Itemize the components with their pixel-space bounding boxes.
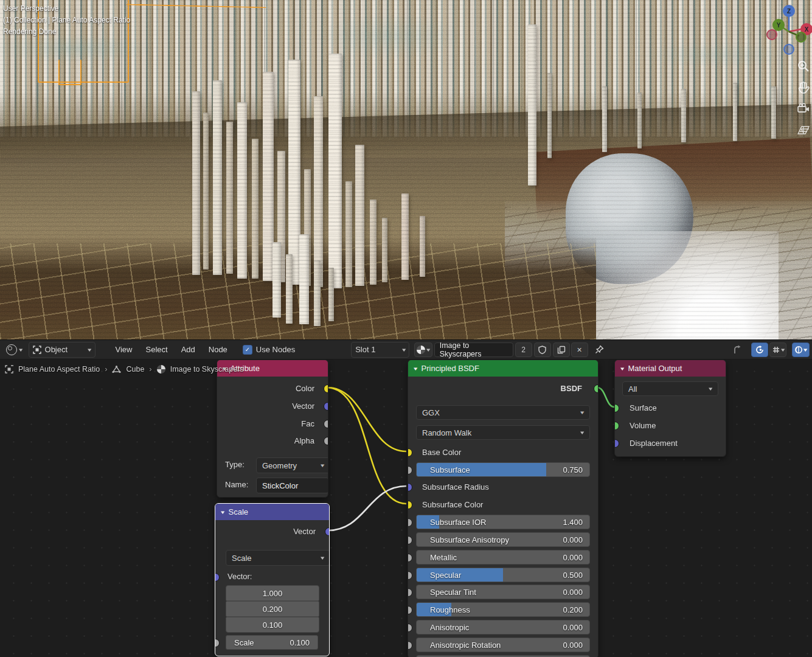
socket-alpha-output[interactable]	[324, 437, 328, 445]
fake-user-button[interactable]	[534, 342, 551, 357]
socket-color-output[interactable]	[324, 384, 328, 393]
chevron-down-icon: ▾	[426, 347, 430, 353]
camera-icon[interactable]	[797, 102, 810, 116]
principled-slider-anisotropic[interactable]: Anisotropic0.000	[416, 620, 590, 634]
socket-scale-input[interactable]	[215, 639, 220, 647]
socket-subsurface-color-input[interactable]	[408, 501, 412, 509]
chevron-down-icon: ▾	[620, 366, 624, 372]
skyscraper-pillar	[203, 113, 209, 269]
overlays-dropdown[interactable]: ▾	[792, 342, 810, 357]
principled-slider-subsurface-ior[interactable]: Subsurface IOR1.400	[416, 515, 590, 529]
node-attribute-header[interactable]: ▾ Attribute	[217, 360, 328, 377]
menu-view[interactable]: View	[109, 345, 139, 354]
viewport-3d[interactable]: User Perspective (1) Collection | Plane …	[0, 0, 812, 339]
socket-specular-tint-input[interactable]	[408, 588, 412, 597]
sss-method-dropdown[interactable]: Random Walk▾	[416, 425, 590, 440]
principled-slider-metallic[interactable]: Metallic0.000	[416, 550, 590, 565]
gizmo-neg-x-axis[interactable]	[766, 29, 777, 40]
use-nodes-toggle[interactable]: ✓ Use Nodes	[239, 342, 299, 357]
socket-surface-input[interactable]	[614, 404, 619, 412]
render-silver-ground	[505, 201, 812, 339]
principled-slider-anisotropic-rotation[interactable]: Anisotropic Rotation0.000	[416, 638, 590, 652]
vector-y-field[interactable]: 0.200	[226, 601, 319, 617]
distribution-dropdown[interactable]: GGX▾	[416, 405, 590, 420]
output-target-dropdown[interactable]: All▾	[622, 381, 718, 396]
unlink-material-button[interactable]: ×	[571, 342, 588, 357]
vector-z-field[interactable]: 0.100	[226, 617, 319, 633]
shield-icon	[538, 346, 546, 354]
attribute-type-dropdown[interactable]: Geometry▾	[256, 457, 328, 473]
node-principled-header[interactable]: ▾ Principled BSDF	[408, 360, 598, 377]
snap-target-dropdown[interactable]: ▾	[769, 342, 787, 357]
socket-displacement-input[interactable]	[614, 439, 619, 448]
socket-base-color-input[interactable]	[408, 448, 412, 457]
skyscraper-pillar	[370, 200, 377, 285]
socket-volume-input[interactable]	[614, 422, 619, 430]
pin-button[interactable]	[591, 342, 608, 357]
magnifier-plus-icon[interactable]	[797, 60, 810, 73]
shader-type-dropdown[interactable]: Object ▾	[29, 342, 95, 358]
socket-subsurface-input[interactable]	[408, 466, 412, 474]
socket-subsurface-ior-input[interactable]	[408, 518, 412, 527]
menu-add[interactable]: Add	[175, 345, 202, 354]
snap-toggle-button[interactable]	[751, 342, 768, 357]
slot-dropdown[interactable]: Slot 1 ▾	[351, 342, 409, 358]
node-principled-bsdf[interactable]: ▾ Principled BSDF BSDF GGX▾ Random Walk▾…	[408, 360, 599, 657]
hand-icon[interactable]	[797, 81, 810, 94]
socket-subsurface-radius-input[interactable]	[408, 483, 412, 492]
input-subsurface-radius: Subsurface Radius	[422, 479, 489, 494]
attribute-name-field[interactable]: StickColor	[256, 478, 328, 493]
browse-material-button[interactable]: ▾	[414, 342, 432, 357]
pin-icon	[595, 345, 604, 354]
socket-vector-input[interactable]	[215, 573, 220, 582]
gizmo-neg-y-axis[interactable]	[796, 32, 807, 43]
material-users-button[interactable]: 2	[515, 342, 532, 357]
socket-anisotropic-input[interactable]	[408, 624, 412, 632]
menu-select[interactable]: Select	[139, 345, 174, 354]
parent-tree-button[interactable]	[729, 342, 746, 357]
node-material-output-header[interactable]: ▾ Material Output	[615, 360, 726, 377]
chevron-down-icon: ▾	[804, 347, 808, 353]
socket-anisotropic-rotation-input[interactable]	[408, 641, 412, 650]
material-sphere-icon	[417, 346, 425, 354]
principled-slider-roughness[interactable]: Roughness0.200	[416, 602, 590, 617]
checkbox-checked-icon: ✓	[243, 345, 252, 355]
output-vector: Vector	[293, 524, 316, 538]
vector-input-label: Vector:	[227, 569, 252, 584]
node-material-output[interactable]: ▾ Material Output All▾ Surface Volume Di…	[614, 360, 726, 457]
skyscraper-pillar	[314, 96, 323, 287]
grid-plane-icon[interactable]	[797, 123, 810, 137]
principled-slider-specular-tint[interactable]: Specular Tint0.000	[416, 585, 590, 599]
skyscraper-pillar	[252, 139, 259, 279]
socket-specular-input[interactable]	[408, 571, 412, 580]
gizmo-neg-z-axis[interactable]	[783, 44, 794, 55]
duplicate-material-button[interactable]	[553, 342, 570, 357]
editor-type-button[interactable]: ▾	[2, 342, 26, 357]
socket-vector-output[interactable]	[325, 527, 330, 536]
skyscraper-pillar	[382, 218, 387, 282]
node-canvas[interactable]: Plane Auto Aspect Ratio › Cube › Image t…	[0, 359, 812, 657]
socket-fac-output[interactable]	[324, 420, 328, 428]
node-scale[interactable]: ▾ Scale Vector Scale▾ Vector: 1.000 0.20…	[215, 503, 330, 656]
vector-x-field[interactable]: 1.000	[226, 585, 319, 601]
principled-slider-specular[interactable]: Specular0.500	[416, 568, 590, 582]
skyscraper-pillar	[237, 102, 247, 279]
socket-vector-output[interactable]	[324, 402, 328, 411]
material-name-field[interactable]: Image to Skyscrapers	[434, 342, 513, 357]
gizmo-z-axis[interactable]: Z	[783, 5, 795, 17]
vector-math-operation-dropdown[interactable]: Scale▾	[226, 550, 330, 566]
attribute-name-label: Name:	[225, 478, 248, 492]
socket-subsurface-anisotropy-input[interactable]	[408, 536, 412, 544]
socket-bsdf-output[interactable]	[594, 384, 599, 393]
scale-value-field[interactable]: Scale 0.100	[226, 635, 318, 650]
input-volume: Volume	[630, 418, 656, 433]
subsurface-slider[interactable]: Subsurface 0.750	[416, 462, 590, 477]
node-scale-header[interactable]: ▾ Scale	[215, 504, 329, 520]
menu-node[interactable]: Node	[202, 345, 234, 354]
node-attribute[interactable]: ▾ Attribute Color Vector Fac Alpha Type:…	[217, 360, 328, 498]
socket-metallic-input[interactable]	[408, 554, 412, 562]
principled-slider-subsurface-anisotropy[interactable]: Subsurface Anisotropy0.000	[416, 532, 590, 547]
navigation-gizmo[interactable]: Z Y X	[764, 2, 812, 58]
socket-roughness-input[interactable]	[408, 606, 412, 614]
viewport-overlay-text: User Perspective (1) Collection | Plane …	[3, 3, 130, 38]
